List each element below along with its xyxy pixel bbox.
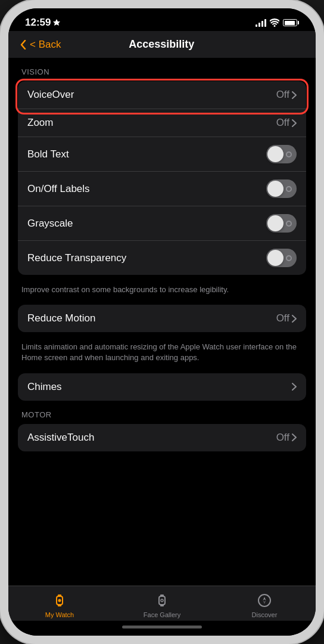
chimes-row[interactable]: Chimes	[18, 373, 306, 401]
chimes-label: Chimes	[27, 381, 62, 393]
reduce-motion-label: Reduce Motion	[27, 312, 95, 324]
grayscale-knob	[267, 215, 284, 231]
vision-settings-group: VoiceOver Off Zoom Off	[18, 81, 306, 275]
back-button[interactable]: < Back	[20, 39, 61, 51]
home-indicator	[8, 621, 316, 636]
assistive-touch-value: Off	[276, 432, 289, 444]
phone-device: 12:59	[0, 0, 324, 644]
back-chevron-icon	[20, 40, 26, 49]
bold-text-knob	[267, 146, 284, 162]
onoff-labels-knob	[267, 181, 284, 197]
zoom-label: Zoom	[27, 117, 53, 129]
page-title: Accessibility	[61, 38, 262, 51]
zoom-right: Off	[276, 117, 297, 129]
voiceover-right: Off	[276, 89, 297, 101]
assistive-touch-row[interactable]: AssistiveTouch Off	[18, 424, 306, 451]
battery-icon	[283, 19, 299, 26]
voiceover-row[interactable]: VoiceOver Off	[18, 81, 306, 109]
grayscale-row[interactable]: Grayscale	[18, 206, 306, 241]
chimes-group: Chimes	[18, 373, 306, 401]
reduce-transparency-knob	[267, 250, 284, 266]
tab-bar: My Watch Face Gallery	[8, 586, 316, 621]
vision-section-label: VISION	[21, 67, 306, 76]
tab-discover[interactable]: Discover	[213, 592, 316, 618]
notch	[120, 8, 204, 25]
bold-text-row[interactable]: Bold Text	[18, 137, 306, 172]
wifi-icon	[270, 18, 279, 27]
my-watch-icon	[51, 592, 68, 609]
zoom-chevron-icon	[292, 119, 297, 127]
svg-point-7	[161, 599, 163, 602]
reduce-transparency-circle	[286, 255, 292, 261]
signal-icon	[256, 18, 266, 27]
svg-point-8	[258, 595, 270, 606]
svg-rect-4	[159, 596, 165, 605]
voiceover-chevron-icon	[292, 91, 297, 99]
face-gallery-icon	[154, 592, 170, 609]
chimes-chevron-icon	[292, 383, 297, 391]
status-icons	[256, 18, 299, 27]
voiceover-value: Off	[276, 89, 289, 101]
reduce-motion-description: Limits animation and automatic resizing …	[18, 337, 306, 373]
onoff-labels-row[interactable]: On/Off Labels	[18, 172, 306, 206]
chimes-right	[292, 383, 297, 391]
grayscale-label: Grayscale	[27, 218, 73, 230]
zoom-row[interactable]: Zoom Off	[18, 109, 306, 137]
reduce-transparency-label: Reduce Transparency	[27, 252, 126, 264]
assistive-touch-label: AssistiveTouch	[27, 432, 94, 444]
svg-rect-5	[160, 595, 164, 597]
face-gallery-tab-label: Face Gallery	[144, 611, 180, 618]
reduce-motion-row[interactable]: Reduce Motion Off	[18, 305, 306, 332]
svg-rect-6	[160, 604, 164, 606]
status-time: 12:59	[25, 17, 60, 29]
navigation-bar: < Back Accessibility	[8, 31, 316, 58]
bold-text-label: Bold Text	[27, 148, 69, 160]
motor-section-label: MOTOR	[21, 410, 306, 419]
reduce-motion-chevron-icon	[292, 315, 297, 323]
discover-icon	[256, 592, 273, 609]
reduce-transparency-row[interactable]: Reduce Transparency	[18, 241, 306, 275]
settings-content: VISION VoiceOver Off	[8, 58, 316, 586]
svg-rect-1	[58, 595, 61, 597]
reduce-motion-right: Off	[276, 312, 297, 324]
reduce-transparency-toggle[interactable]	[266, 249, 297, 267]
svg-point-3	[58, 599, 61, 602]
face-gallery-watch-icon	[154, 593, 170, 608]
assistive-touch-right: Off	[276, 432, 297, 444]
reduce-motion-group: Reduce Motion Off	[18, 305, 306, 332]
compass-icon	[257, 593, 272, 608]
grayscale-toggle[interactable]	[266, 214, 297, 233]
location-icon	[53, 19, 60, 26]
reduce-transparency-description: Improve contrast on some backgrounds to …	[18, 280, 306, 305]
zoom-value: Off	[276, 117, 289, 129]
svg-marker-10	[263, 600, 266, 604]
phone-screen: 12:59	[8, 8, 316, 636]
status-bar: 12:59	[8, 8, 316, 31]
onoff-labels-toggle[interactable]	[266, 179, 297, 198]
tab-my-watch[interactable]: My Watch	[8, 592, 111, 618]
voiceover-label: VoiceOver	[27, 89, 74, 101]
my-watch-tab-label: My Watch	[45, 611, 74, 618]
discover-tab-label: Discover	[252, 611, 278, 618]
motor-settings-group: AssistiveTouch Off	[18, 424, 306, 451]
assistive-touch-chevron-icon	[292, 434, 297, 441]
bold-text-circle	[286, 151, 292, 157]
grayscale-circle	[286, 221, 292, 227]
svg-marker-9	[263, 597, 266, 600]
tab-face-gallery[interactable]: Face Gallery	[111, 592, 213, 618]
back-label: < Back	[30, 39, 61, 51]
reduce-motion-value: Off	[276, 312, 289, 324]
watch-icon	[52, 593, 67, 608]
onoff-labels-label: On/Off Labels	[27, 183, 90, 195]
svg-rect-2	[58, 604, 61, 606]
onoff-labels-circle	[286, 186, 292, 192]
bold-text-toggle[interactable]	[266, 145, 297, 163]
home-bar	[122, 626, 202, 628]
